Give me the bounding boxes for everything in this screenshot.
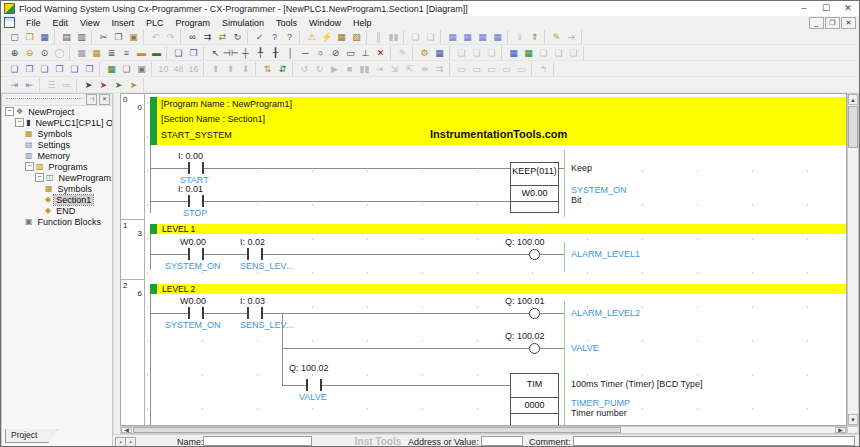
instruction-icon[interactable]: ▭ bbox=[343, 46, 358, 60]
online-edit-icon[interactable]: ✎ bbox=[549, 30, 564, 44]
sim-pause-icon[interactable]: ▮▮ bbox=[357, 62, 372, 76]
print-icon[interactable]: ▤ bbox=[59, 30, 74, 44]
tree-item-end[interactable]: ◈END bbox=[2, 205, 112, 216]
find-next-icon[interactable]: ⇉ bbox=[200, 30, 215, 44]
go-back-ref-icon[interactable]: ➤ bbox=[96, 78, 111, 92]
contact-valve[interactable] bbox=[306, 379, 322, 391]
child-restore-button[interactable]: ❐ bbox=[825, 17, 840, 29]
sim-run-icon[interactable]: ▶ bbox=[327, 62, 342, 76]
set-value-icon[interactable]: ⬆ bbox=[208, 62, 223, 76]
watch-next-button[interactable]: ▪ bbox=[125, 437, 136, 447]
zoom-100-icon[interactable]: ◯ bbox=[52, 46, 67, 60]
show-current-icon[interactable]: ≔ bbox=[59, 78, 74, 92]
vertical-scroll-thumb[interactable] bbox=[848, 106, 858, 148]
sim-step-in-icon[interactable]: ⇲ bbox=[387, 62, 402, 76]
name-input[interactable] bbox=[203, 436, 312, 446]
coil-valve[interactable] bbox=[529, 343, 540, 354]
horizontal-scrollbar[interactable]: ◀ ▶ bbox=[120, 426, 847, 434]
io-comment-icon[interactable]: ▦ bbox=[521, 46, 536, 60]
vertical-scrollbar[interactable]: ▲ ▼ bbox=[847, 93, 859, 426]
menu-simulation[interactable]: Simulation bbox=[216, 18, 270, 28]
address-input[interactable] bbox=[481, 436, 523, 446]
menu-insert[interactable]: Insert bbox=[105, 18, 140, 28]
rung1-comment-banner[interactable]: LEVEL 1 bbox=[157, 224, 847, 234]
rung-margin-2[interactable]: 2 6 bbox=[121, 280, 145, 426]
compile-icon[interactable]: ✓ bbox=[252, 30, 267, 44]
address-reference-icon[interactable]: ❐ bbox=[22, 62, 37, 76]
work-monitor-5-icon[interactable]: ▭ bbox=[514, 62, 529, 76]
coil-nc-icon[interactable]: ⊘ bbox=[328, 46, 343, 60]
contact-sens-lev[interactable] bbox=[247, 248, 263, 260]
send-changes-icon[interactable]: ➔ bbox=[564, 30, 579, 44]
contact-system-on[interactable] bbox=[188, 307, 204, 319]
view-1-icon[interactable]: ❏ bbox=[536, 46, 551, 60]
force-on-icon[interactable]: ⬆ bbox=[223, 62, 238, 76]
menu-view[interactable]: View bbox=[74, 18, 105, 28]
coil-no-icon[interactable]: ○ bbox=[313, 46, 328, 60]
memory-view-icon[interactable]: ▦ bbox=[490, 30, 505, 44]
panel-grip[interactable] bbox=[6, 98, 82, 102]
tree-item-newproject[interactable]: −❖NewProject bbox=[2, 106, 112, 117]
properties-window-icon[interactable]: ❏ bbox=[67, 62, 82, 76]
grid-icon[interactable]: ▦ bbox=[74, 46, 89, 60]
sim-stop-icon[interactable]: ■ bbox=[342, 62, 357, 76]
view-3-icon[interactable]: ❏ bbox=[566, 46, 581, 60]
redo-icon[interactable]: ↷ bbox=[163, 30, 178, 44]
symbol-bar-icon[interactable]: ▬ bbox=[134, 46, 149, 60]
contact-no-icon[interactable]: ⊣⊢ bbox=[223, 46, 238, 60]
cross-reference-popup-icon[interactable]: ❏ bbox=[7, 62, 22, 76]
tree-expander-icon[interactable]: − bbox=[25, 162, 34, 171]
select-tool-icon[interactable]: ↖ bbox=[208, 46, 223, 60]
sim-continue-icon[interactable]: ⇻ bbox=[417, 62, 432, 76]
stamp-1-icon[interactable]: ❏ bbox=[454, 46, 469, 60]
binary-view-icon[interactable]: 48 bbox=[171, 62, 186, 76]
stamp-3-icon[interactable]: ❏ bbox=[484, 46, 499, 60]
tree-item-section1[interactable]: ◈Section1 bbox=[2, 194, 112, 205]
watch-popup-icon[interactable]: ❏ bbox=[37, 62, 52, 76]
tree-item-symbols[interactable]: ▦Symbols bbox=[2, 128, 112, 139]
replace-icon[interactable]: ⇄ bbox=[215, 30, 230, 44]
minimize-button[interactable]: – bbox=[793, 2, 815, 15]
help-icon[interactable]: ? bbox=[267, 30, 282, 44]
tree-expander-icon[interactable]: − bbox=[35, 173, 44, 182]
error-log-icon[interactable]: ⚠ bbox=[304, 30, 319, 44]
find-icon[interactable]: ∞ bbox=[185, 30, 200, 44]
scroll-down-button[interactable]: ▼ bbox=[848, 414, 858, 425]
pause-monitor-icon[interactable]: ║ bbox=[371, 30, 386, 44]
io-table-icon[interactable]: ▦ bbox=[445, 30, 460, 44]
paste-icon[interactable]: ▣ bbox=[126, 30, 141, 44]
contact-sens-lev[interactable] bbox=[247, 307, 263, 319]
tree-item-newprogram1-00-[interactable]: −◫NewProgram1 (00) bbox=[2, 172, 112, 183]
indent-icon[interactable]: ⇥ bbox=[7, 78, 22, 92]
scroll-right-button[interactable]: ▶ bbox=[835, 427, 846, 433]
cross-reference-icon[interactable]: ❏ bbox=[408, 30, 423, 44]
zoom-fit-icon[interactable]: ⊙ bbox=[37, 46, 52, 60]
monitor-grid-icon[interactable]: ▣ bbox=[134, 62, 149, 76]
tree-expander-icon[interactable]: − bbox=[15, 118, 24, 127]
rung-margin-0[interactable]: 0 0 bbox=[121, 94, 145, 220]
grid-toggle-icon[interactable]: ▦ bbox=[89, 46, 104, 60]
menu-edit[interactable]: Edit bbox=[47, 18, 75, 28]
contact-nc-icon[interactable]: ┼ bbox=[238, 46, 253, 60]
work-monitor-2-icon[interactable]: ▭ bbox=[469, 62, 484, 76]
tree-item-settings[interactable]: ▤Settings bbox=[2, 139, 112, 150]
monitor-data-icon[interactable]: ▦ bbox=[104, 62, 119, 76]
work-monitor-1-icon[interactable]: ▭ bbox=[454, 62, 469, 76]
close-button[interactable]: ✕ bbox=[837, 2, 859, 15]
monitor-bar-icon[interactable]: ▬ bbox=[149, 46, 164, 60]
decimal-view-icon[interactable]: 10 bbox=[156, 62, 171, 76]
child-close-button[interactable]: ✕ bbox=[841, 17, 856, 29]
sim-step-out-icon[interactable]: ⇱ bbox=[402, 62, 417, 76]
panel-dock-button[interactable]: ⊣ bbox=[86, 94, 97, 105]
delete-icon[interactable]: ✕ bbox=[373, 46, 388, 60]
scroll-left-button[interactable]: ◀ bbox=[121, 427, 132, 433]
menu-program[interactable]: Program bbox=[169, 18, 216, 28]
contact-or-no-icon[interactable]: ╀ bbox=[253, 46, 268, 60]
tree-expander-icon[interactable]: − bbox=[5, 107, 14, 116]
split-window-icon[interactable]: ❏ bbox=[171, 46, 186, 60]
monitor-list-icon[interactable]: ❏ bbox=[119, 62, 134, 76]
comment-input[interactable] bbox=[573, 436, 855, 446]
tim-instruction-block[interactable]: TIM 0000 bbox=[510, 373, 559, 426]
rung0-comment-banner[interactable]: [Program Name : NewProgram1] [Section Na… bbox=[157, 97, 847, 145]
return-icon[interactable]: ↰ bbox=[536, 62, 551, 76]
